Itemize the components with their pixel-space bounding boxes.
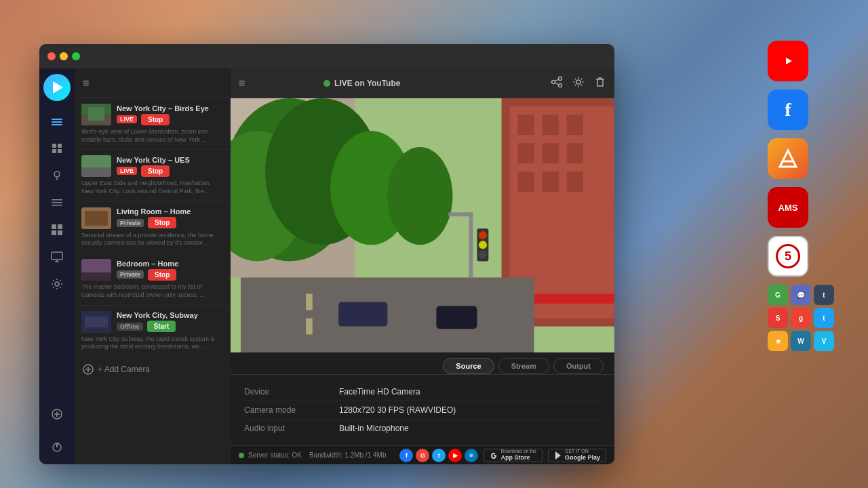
device-value: FaceTime HD Camera bbox=[339, 387, 420, 396]
small-icon-chat[interactable]: 💬 bbox=[791, 285, 811, 305]
small-icon-s-red[interactable]: S bbox=[768, 308, 788, 328]
settings-icon[interactable] bbox=[572, 76, 585, 91]
small-icon-tumblr[interactable]: t bbox=[814, 285, 834, 305]
svg-rect-4 bbox=[52, 124, 62, 125]
status-bar-right: f G t ▶ in Download on the App Store bbox=[399, 449, 606, 462]
stream-title-1: New York City – Birds Eye bbox=[117, 104, 224, 113]
stream-stop-button-3[interactable]: Stop bbox=[148, 217, 176, 228]
svg-rect-17 bbox=[52, 252, 62, 260]
nimble-desktop-icon[interactable] bbox=[768, 138, 808, 179]
stream-title-4: Bedroom – Home bbox=[117, 260, 224, 268]
nav-item-monitor[interactable] bbox=[45, 245, 69, 269]
audio-input-row: Audio input Built-in Microphone bbox=[244, 420, 601, 437]
top-bar: ≡ LIVE on YouTube bbox=[231, 68, 614, 98]
svg-rect-10 bbox=[52, 199, 62, 201]
svg-point-33 bbox=[558, 77, 561, 80]
nav-item-add[interactable] bbox=[45, 402, 69, 426]
stream-stop-button-2[interactable]: Stop bbox=[141, 165, 170, 177]
stream-desc-3: Secured stream of a private residence, t… bbox=[81, 232, 224, 247]
camera-mode-label: Camera mode bbox=[244, 405, 339, 415]
facebook-desktop-icon[interactable]: f bbox=[768, 89, 808, 130]
nav-item-list[interactable] bbox=[45, 190, 69, 215]
svg-point-9 bbox=[54, 171, 60, 177]
stream-thumb-3 bbox=[81, 207, 111, 229]
svg-rect-11 bbox=[52, 202, 62, 203]
stream-info-2: New York City – UES LIVE Stop bbox=[117, 156, 224, 177]
svg-rect-8 bbox=[58, 149, 62, 153]
stream-status-2: LIVE bbox=[117, 167, 137, 175]
svg-rect-45 bbox=[518, 143, 534, 163]
svg-rect-42 bbox=[518, 115, 534, 135]
maximize-button[interactable] bbox=[72, 52, 80, 60]
small-icon-g-red[interactable]: g bbox=[791, 308, 811, 328]
svg-rect-44 bbox=[567, 115, 583, 135]
status-youtube-icon[interactable]: ▶ bbox=[448, 449, 462, 462]
tab-stream[interactable]: Stream bbox=[498, 358, 549, 374]
ams-desktop-icon[interactable]: AMS bbox=[768, 187, 808, 228]
svg-point-35 bbox=[558, 83, 561, 87]
svg-rect-48 bbox=[518, 171, 534, 192]
svg-rect-59 bbox=[306, 319, 313, 335]
stream-title-2: New York City – UES bbox=[117, 156, 224, 164]
svg-point-65 bbox=[479, 231, 487, 239]
svg-rect-27 bbox=[85, 211, 108, 226]
status-google-icon[interactable]: G bbox=[416, 449, 429, 462]
nav-item-power[interactable] bbox=[45, 434, 69, 459]
tab-output[interactable]: Output bbox=[553, 358, 604, 374]
share-icon[interactable] bbox=[551, 76, 563, 91]
small-icon-wp[interactable]: W bbox=[791, 331, 811, 351]
menu-icon[interactable]: ≡ bbox=[239, 77, 245, 89]
close-button[interactable] bbox=[47, 52, 56, 60]
svg-rect-3 bbox=[52, 121, 62, 123]
status-facebook-icon[interactable]: f bbox=[399, 449, 413, 462]
video-area bbox=[231, 98, 614, 352]
stream-desc-4: The master bedroom, connected to my list… bbox=[81, 283, 224, 299]
svg-rect-15 bbox=[52, 230, 56, 235]
s5-desktop-icon[interactable]: 5 bbox=[768, 236, 808, 277]
google-play-badge[interactable]: GET IT ON Google Play bbox=[548, 449, 606, 462]
app-store-badge[interactable]: Download on the App Store bbox=[484, 449, 542, 462]
stream-desc-1: Bird's-eye view of Lower Manhattan, zoom… bbox=[81, 128, 224, 144]
youtube-desktop-icon[interactable] bbox=[768, 41, 808, 81]
nav-item-grid[interactable] bbox=[45, 218, 69, 242]
stream-desc-5: New York City Subway, the rapid transit … bbox=[81, 336, 224, 351]
app-content: ≡ New York City – Birds Eye LIVE Stop bbox=[39, 68, 614, 464]
stream-item-2[interactable]: New York City – UES LIVE Stop Upper East… bbox=[75, 150, 231, 201]
status-bar: Server status: OK Bandwidth: 1.2Mb /1.4M… bbox=[231, 445, 614, 464]
live-indicator: LIVE on YouTube bbox=[323, 79, 400, 88]
nav-item-home[interactable] bbox=[45, 109, 69, 134]
streams-menu-icon: ≡ bbox=[83, 77, 89, 89]
app-logo[interactable] bbox=[43, 74, 71, 101]
stream-thumb-2 bbox=[81, 155, 111, 177]
minimize-button[interactable] bbox=[60, 52, 68, 60]
svg-marker-68 bbox=[555, 451, 561, 460]
info-panel: Source Stream Output Device FaceTime HD … bbox=[231, 352, 614, 445]
svg-rect-50 bbox=[567, 171, 583, 192]
tab-source[interactable]: Source bbox=[443, 358, 494, 374]
small-icon-yellow[interactable]: ★ bbox=[768, 331, 788, 351]
add-camera-button[interactable]: + Add Camera bbox=[75, 357, 231, 382]
stream-stop-button-1[interactable]: Stop bbox=[141, 114, 170, 125]
play-icon bbox=[53, 81, 63, 94]
svg-point-34 bbox=[551, 80, 555, 83]
stream-start-button-5[interactable]: Start bbox=[147, 321, 176, 332]
status-twitter-icon[interactable]: t bbox=[432, 449, 446, 462]
nav-item-library[interactable] bbox=[45, 136, 69, 161]
small-icon-vimeo[interactable]: V bbox=[814, 331, 834, 351]
stream-thumb-4 bbox=[81, 259, 111, 281]
small-icon-twitter[interactable]: t bbox=[814, 308, 834, 328]
trash-icon[interactable] bbox=[594, 76, 606, 91]
nav-item-location[interactable] bbox=[45, 163, 69, 188]
streams-list: ≡ New York City – Birds Eye LIVE Stop bbox=[75, 68, 231, 464]
small-icon-g-green[interactable]: G bbox=[768, 285, 788, 305]
app-window: ≡ New York City – Birds Eye LIVE Stop bbox=[39, 44, 614, 464]
stream-item-1[interactable]: New York City – Birds Eye LIVE Stop Bird… bbox=[75, 98, 231, 150]
stream-item-4[interactable]: Bedroom – Home Private Stop The master b… bbox=[75, 253, 231, 305]
stream-stop-button-4[interactable]: Stop bbox=[148, 269, 176, 281]
nav-item-settings[interactable] bbox=[45, 272, 69, 296]
stream-item-5[interactable]: New York City, Subway Offline Start New … bbox=[75, 306, 231, 357]
stream-desc-2: Upper East Side and neighborhood, Manhat… bbox=[81, 180, 224, 195]
status-linkedin-icon[interactable]: in bbox=[465, 449, 478, 462]
camera-mode-value: 868x488 30 FPS (RAWVIDEO) bbox=[339, 405, 456, 415]
stream-item-3[interactable]: Living Room – Home Private Stop Secured … bbox=[75, 202, 231, 253]
